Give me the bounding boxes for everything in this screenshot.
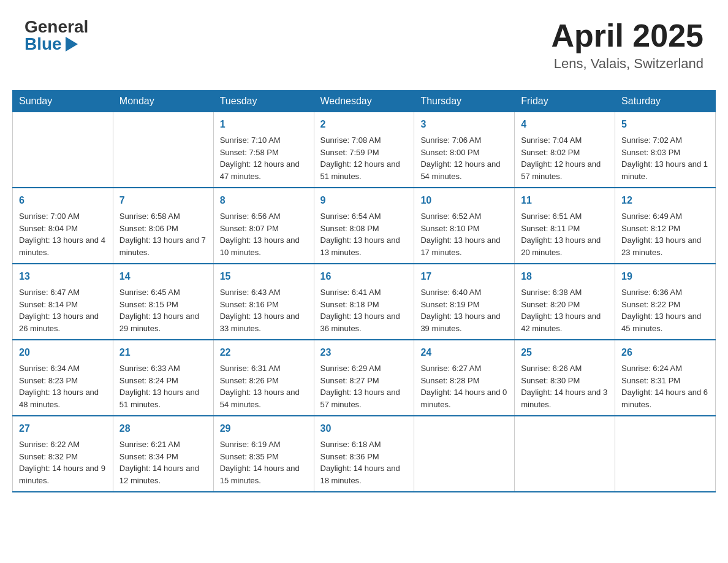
day-info: Sunrise: 6:45 AMSunset: 8:15 PMDaylight:…	[119, 288, 199, 333]
calendar-cell: 21Sunrise: 6:33 AMSunset: 8:24 PMDayligh…	[113, 340, 213, 416]
day-number: 21	[119, 345, 207, 360]
calendar-cell: 5Sunrise: 7:02 AMSunset: 8:03 PMDaylight…	[615, 112, 716, 188]
day-info: Sunrise: 6:19 AMSunset: 8:35 PMDaylight:…	[220, 440, 300, 485]
calendar-cell: 10Sunrise: 6:52 AMSunset: 8:10 PMDayligh…	[414, 188, 515, 264]
day-number: 12	[621, 193, 709, 208]
day-number: 15	[220, 269, 308, 284]
day-number: 10	[420, 193, 508, 208]
day-info: Sunrise: 6:34 AMSunset: 8:23 PMDaylight:…	[19, 364, 99, 409]
day-info: Sunrise: 6:38 AMSunset: 8:20 PMDaylight:…	[521, 288, 601, 333]
calendar-cell: 26Sunrise: 6:24 AMSunset: 8:31 PMDayligh…	[615, 340, 716, 416]
col-sunday: Sunday	[13, 91, 113, 112]
day-info: Sunrise: 6:47 AMSunset: 8:14 PMDaylight:…	[19, 288, 99, 333]
calendar-header-row: Sunday Monday Tuesday Wednesday Thursday…	[13, 91, 716, 112]
calendar-cell: 6Sunrise: 7:00 AMSunset: 8:04 PMDaylight…	[13, 188, 113, 264]
calendar-cell: 29Sunrise: 6:19 AMSunset: 8:35 PMDayligh…	[213, 416, 314, 492]
day-number: 13	[19, 269, 107, 284]
calendar-cell: 30Sunrise: 6:18 AMSunset: 8:36 PMDayligh…	[314, 416, 414, 492]
day-info: Sunrise: 6:56 AMSunset: 8:07 PMDaylight:…	[220, 212, 300, 257]
day-info: Sunrise: 6:43 AMSunset: 8:16 PMDaylight:…	[220, 288, 300, 333]
day-number: 28	[119, 421, 207, 436]
day-number: 18	[521, 269, 609, 284]
calendar-cell: 14Sunrise: 6:45 AMSunset: 8:15 PMDayligh…	[113, 264, 213, 340]
day-info: Sunrise: 6:26 AMSunset: 8:30 PMDaylight:…	[521, 364, 607, 409]
day-info: Sunrise: 6:31 AMSunset: 8:26 PMDaylight:…	[220, 364, 300, 409]
day-number: 19	[621, 269, 709, 284]
day-number: 5	[621, 117, 709, 132]
day-info: Sunrise: 6:21 AMSunset: 8:34 PMDaylight:…	[119, 440, 199, 485]
calendar-cell: 2Sunrise: 7:08 AMSunset: 7:59 PMDaylight…	[314, 112, 414, 188]
calendar-cell: 22Sunrise: 6:31 AMSunset: 8:26 PMDayligh…	[213, 340, 314, 416]
calendar-cell: 7Sunrise: 6:58 AMSunset: 8:06 PMDaylight…	[113, 188, 213, 264]
calendar-cell: 16Sunrise: 6:41 AMSunset: 8:18 PMDayligh…	[314, 264, 414, 340]
day-info: Sunrise: 6:52 AMSunset: 8:10 PMDaylight:…	[420, 212, 500, 257]
calendar-week-row: 6Sunrise: 7:00 AMSunset: 8:04 PMDaylight…	[13, 188, 716, 264]
calendar-cell	[414, 416, 515, 492]
location-subtitle: Lens, Valais, Switzerland	[551, 56, 703, 72]
day-number: 6	[19, 193, 107, 208]
day-number: 7	[119, 193, 207, 208]
day-info: Sunrise: 6:27 AMSunset: 8:28 PMDaylight:…	[420, 364, 507, 409]
day-info: Sunrise: 7:08 AMSunset: 7:59 PMDaylight:…	[320, 136, 400, 181]
col-wednesday: Wednesday	[314, 91, 414, 112]
calendar-cell: 27Sunrise: 6:22 AMSunset: 8:32 PMDayligh…	[13, 416, 113, 492]
day-info: Sunrise: 6:49 AMSunset: 8:12 PMDaylight:…	[621, 212, 701, 257]
day-info: Sunrise: 7:10 AMSunset: 7:58 PMDaylight:…	[220, 136, 300, 181]
calendar-cell: 4Sunrise: 7:04 AMSunset: 8:02 PMDaylight…	[515, 112, 615, 188]
calendar-cell: 20Sunrise: 6:34 AMSunset: 8:23 PMDayligh…	[13, 340, 113, 416]
calendar-cell	[113, 112, 213, 188]
page-header: General Blue April 2025 Lens, Valais, Sw…	[12, 12, 716, 78]
calendar-cell	[615, 416, 716, 492]
calendar-cell: 25Sunrise: 6:26 AMSunset: 8:30 PMDayligh…	[515, 340, 615, 416]
calendar-cell: 12Sunrise: 6:49 AMSunset: 8:12 PMDayligh…	[615, 188, 716, 264]
month-title: April 2025	[551, 18, 703, 53]
day-number: 4	[521, 117, 609, 132]
day-info: Sunrise: 6:33 AMSunset: 8:24 PMDaylight:…	[119, 364, 199, 409]
day-info: Sunrise: 6:36 AMSunset: 8:22 PMDaylight:…	[621, 288, 701, 333]
day-info: Sunrise: 6:54 AMSunset: 8:08 PMDaylight:…	[320, 212, 400, 257]
day-info: Sunrise: 6:22 AMSunset: 8:32 PMDaylight:…	[19, 440, 105, 485]
calendar-cell: 19Sunrise: 6:36 AMSunset: 8:22 PMDayligh…	[615, 264, 716, 340]
calendar-week-row: 1Sunrise: 7:10 AMSunset: 7:58 PMDaylight…	[13, 112, 716, 188]
logo-general-text: General	[25, 18, 88, 36]
day-number: 11	[521, 193, 609, 208]
calendar-cell: 8Sunrise: 6:56 AMSunset: 8:07 PMDaylight…	[213, 188, 314, 264]
day-info: Sunrise: 7:04 AMSunset: 8:02 PMDaylight:…	[521, 136, 601, 181]
day-number: 3	[420, 117, 508, 132]
calendar-cell	[13, 112, 113, 188]
day-number: 2	[320, 117, 408, 132]
calendar-cell: 18Sunrise: 6:38 AMSunset: 8:20 PMDayligh…	[515, 264, 615, 340]
day-info: Sunrise: 6:24 AMSunset: 8:31 PMDaylight:…	[621, 364, 708, 409]
calendar-cell: 23Sunrise: 6:29 AMSunset: 8:27 PMDayligh…	[314, 340, 414, 416]
day-info: Sunrise: 6:29 AMSunset: 8:27 PMDaylight:…	[320, 364, 400, 409]
day-number: 16	[320, 269, 408, 284]
col-saturday: Saturday	[615, 91, 716, 112]
day-number: 14	[119, 269, 207, 284]
day-info: Sunrise: 7:00 AMSunset: 8:04 PMDaylight:…	[19, 212, 105, 257]
col-thursday: Thursday	[414, 91, 515, 112]
day-number: 25	[521, 345, 609, 360]
day-number: 17	[420, 269, 508, 284]
title-block: April 2025 Lens, Valais, Switzerland	[551, 18, 703, 72]
day-info: Sunrise: 6:18 AMSunset: 8:36 PMDaylight:…	[320, 440, 400, 485]
calendar-cell: 15Sunrise: 6:43 AMSunset: 8:16 PMDayligh…	[213, 264, 314, 340]
calendar-week-row: 27Sunrise: 6:22 AMSunset: 8:32 PMDayligh…	[13, 416, 716, 492]
calendar-table: Sunday Monday Tuesday Wednesday Thursday…	[12, 90, 716, 492]
day-info: Sunrise: 6:40 AMSunset: 8:19 PMDaylight:…	[420, 288, 500, 333]
day-number: 9	[320, 193, 408, 208]
day-number: 24	[420, 345, 508, 360]
day-number: 26	[621, 345, 709, 360]
logo: General Blue	[25, 18, 88, 53]
day-number: 20	[19, 345, 107, 360]
day-number: 22	[220, 345, 308, 360]
day-number: 8	[220, 193, 308, 208]
day-number: 1	[220, 117, 308, 132]
logo-triangle-icon	[66, 37, 78, 52]
day-number: 23	[320, 345, 408, 360]
day-info: Sunrise: 6:41 AMSunset: 8:18 PMDaylight:…	[320, 288, 400, 333]
calendar-cell: 11Sunrise: 6:51 AMSunset: 8:11 PMDayligh…	[515, 188, 615, 264]
day-info: Sunrise: 7:02 AMSunset: 8:03 PMDaylight:…	[621, 136, 708, 181]
calendar-cell	[515, 416, 615, 492]
day-number: 30	[320, 421, 408, 436]
calendar-cell: 24Sunrise: 6:27 AMSunset: 8:28 PMDayligh…	[414, 340, 515, 416]
